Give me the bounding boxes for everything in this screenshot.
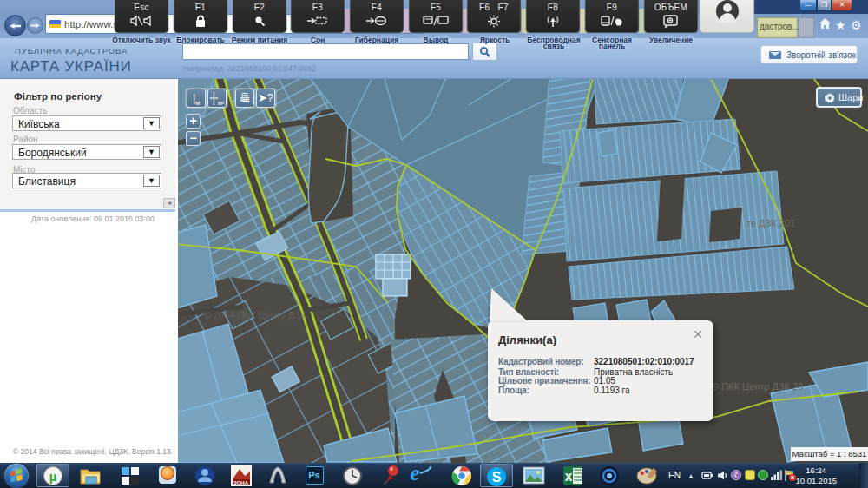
- svg-text:ЗОНА: ЗОНА: [233, 480, 249, 485]
- svg-text:те ДЗК 201: те ДЗК 201: [746, 218, 795, 228]
- svg-text:S: S: [492, 470, 502, 485]
- svg-text:X: X: [565, 471, 573, 484]
- svg-text:© ПКК Центр ДЗК 20: © ПКК Центр ДЗК 20: [712, 381, 803, 392]
- svg-text:© 2014 ПКК Центр ДЗК: © 2014 ПКК Центр ДЗК: [204, 310, 306, 320]
